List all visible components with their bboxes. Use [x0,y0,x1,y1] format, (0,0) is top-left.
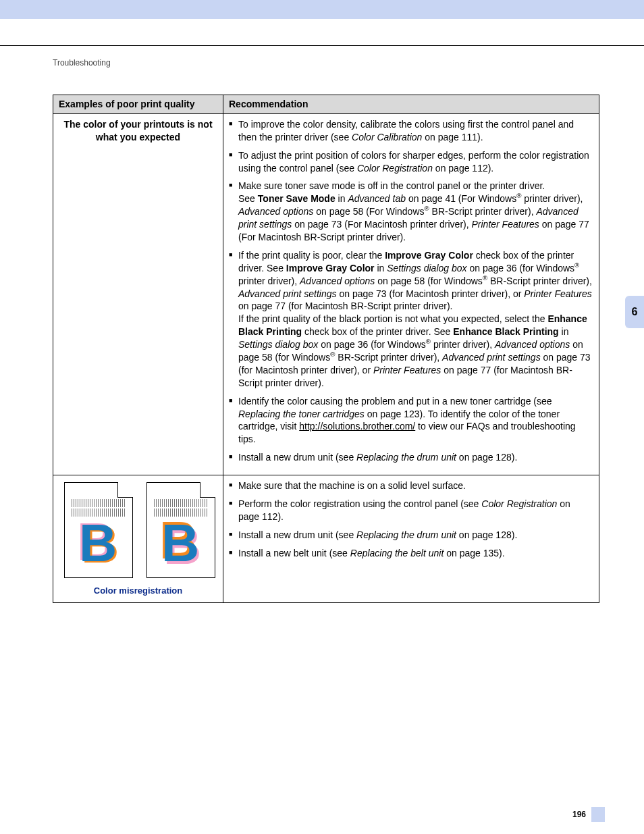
reg-mark-icon: ® [426,338,431,345]
reg-mark-icon: ® [425,205,429,213]
text: If the print quality of the black portio… [238,313,547,324]
ref: Advanced options [238,206,313,217]
ref: Replacing the belt unit [350,548,444,558]
table-row: B B B B B [53,475,599,603]
text: on page 73 (For Macintosh printer driver… [292,219,471,230]
reg-mark-icon: ® [574,261,579,269]
ref: Printer Features [373,365,441,375]
text: Make sure that the machine is on a solid… [238,480,466,491]
letter-b-icon: B [79,517,117,569]
list-item: To adjust the print position of colors f… [229,149,593,175]
recommendation-cell: Make sure that the machine is on a solid… [223,475,599,603]
list-item: Install a new drum unit (see Replacing t… [229,451,593,464]
list-item: If the print quality is poor, clear the … [229,249,593,390]
ref: Replacing the drum unit [356,452,456,463]
text: Perform the color registration using the… [238,498,481,509]
text: on page 135). [444,548,504,558]
ref: Replacing the drum unit [356,529,456,540]
term: Improve Gray Color [385,250,473,261]
text: printer driver), [521,193,583,204]
text: on page 73 (for Macintosh printer driver… [337,288,525,299]
page-number-tab [591,807,605,822]
ref: Printer Features [524,288,591,299]
top-bar [0,0,644,19]
text: Install a new drum unit (see [238,452,356,463]
text: Make sure toner save mode is off in the … [238,180,545,191]
list-item: Perform the color registration using the… [229,498,593,523]
text: See [238,193,258,204]
recommendation-list: To improve the color density, calibrate … [229,118,593,464]
chapter-tab: 6 [625,296,644,328]
ref: Advanced print settings [238,288,337,299]
example-cell-color-misregistration: B B B B B [53,475,223,603]
recommendation-list: Make sure that the machine is on a solid… [229,479,593,559]
list-item: Install a new drum unit (see Replacing t… [229,529,593,542]
ref: Color Registration [481,498,557,509]
text: Install a new belt unit (see [238,548,350,558]
ref: Advanced print settings [442,352,541,363]
text: on page 77 (for Macintosh BR-Script prin… [238,301,452,311]
reg-mark-icon: ® [483,274,487,282]
text: on page 111). [422,132,483,142]
text: Install a new drum unit (see [238,529,356,540]
col-header-recommendation: Recommendation [223,95,599,114]
sample-sheet-icon: B B B [146,482,215,578]
text: on page 58 (For Windows [313,206,424,217]
list-item: Install a new belt unit (see Replacing t… [229,547,593,560]
text: on page 128). [456,452,517,463]
list-item: To improve the color density, calibrate … [229,118,593,144]
col-header-examples: Examples of poor print quality [53,95,223,114]
text: on page 112). [433,163,493,174]
list-item: Identify the color causing the problem a… [229,395,593,446]
term: Enhance Black Printing [453,326,558,337]
text: check box of the printer driver. See [302,326,453,337]
solutions-link[interactable]: http://solutions.brother.com/ [299,421,415,432]
ref: Advanced tab [348,193,406,204]
ref: Advanced options [495,339,570,350]
text: in [375,263,387,273]
text: printer driver), [238,276,300,286]
text: Identify the color causing the problem a… [238,396,552,407]
sample-sheet-icon: B B B [64,482,133,578]
content: Examples of poor print quality Recommend… [53,95,599,603]
recommendation-cell: To improve the color density, calibrate … [223,113,599,475]
text: on page 58 (for Windows [375,276,483,286]
ref: Settings dialog box [238,339,318,350]
term: Improve Gray Color [286,263,375,273]
text: printer driver), [431,339,495,350]
chapter-number: 6 [632,306,638,318]
table-row: The color of your printouts is not what … [53,113,599,475]
text: in [336,193,348,204]
term: Toner Save Mode [258,193,336,204]
text: on page 41 (For Windows [406,193,516,204]
example-caption: Color misregistration [59,578,217,597]
ref: Color Registration [357,163,433,174]
page-number: 196 [572,810,586,819]
list-item: Make sure that the machine is on a solid… [229,479,593,492]
misregistration-illustration: B B B B B [59,482,221,578]
text: in [559,326,569,337]
ref: Advanced options [300,276,375,286]
ref: Color Calibration [352,132,422,142]
text: If the print quality is poor, clear the [238,250,385,261]
troubleshooting-table: Examples of poor print quality Recommend… [53,95,599,603]
section-header: Troubleshooting [53,58,111,68]
ref: Printer Features [472,219,539,230]
text: on page 128). [456,529,517,540]
example-title: The color of your printouts is not what … [59,118,217,144]
list-item: Make sure toner save mode is off in the … [229,180,593,243]
table-header-row: Examples of poor print quality Recommend… [53,95,599,114]
ref: Replacing the toner cartridges [238,409,365,419]
text: BR-Script printer driver), [487,276,592,286]
text: BR-Script printer driver), [335,352,442,363]
top-rule [0,45,644,46]
page: Troubleshooting 6 Examples of poor print… [0,0,644,834]
example-cell-color-not-expected: The color of your printouts is not what … [53,113,223,475]
text: on page 36 (for Windows [318,339,426,350]
ref: Settings dialog box [387,263,466,273]
letter-b-icon: B [161,517,199,569]
text: BR-Script printer driver), [429,206,537,217]
text: on page 36 (for Windows [467,263,575,273]
